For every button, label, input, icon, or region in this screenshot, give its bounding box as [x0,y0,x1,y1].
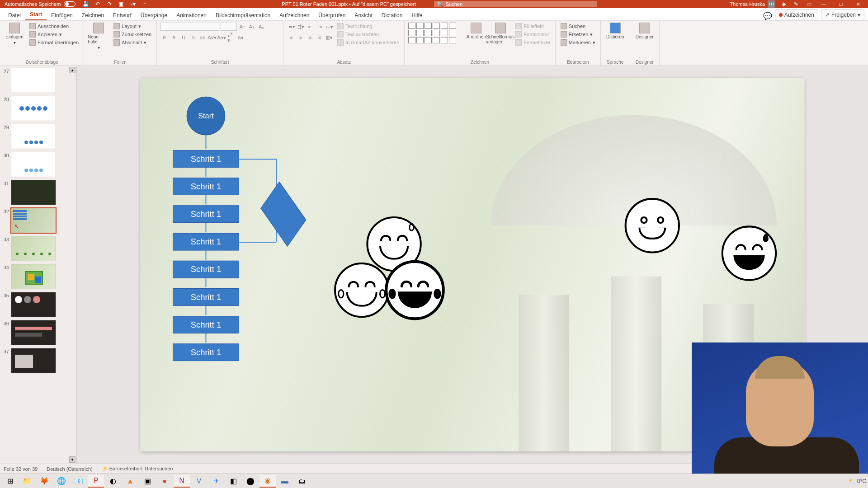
task-app[interactable]: ◐ [105,475,121,488]
bold-button[interactable]: F [160,33,169,42]
font-family-combo[interactable] [160,23,219,31]
record-button[interactable]: Aufzeichnen [775,9,818,20]
minimize-button[interactable]: — [817,0,830,8]
highlight-button[interactable]: 🖍▾ [227,33,235,42]
slide-thumbnail-37[interactable] [11,348,56,373]
task-onenote[interactable]: N [174,475,190,488]
new-slide-button[interactable]: Neue Folie▾ [88,23,109,50]
flowchart-start[interactable]: Start [187,97,226,136]
search-input[interactable] [446,1,594,7]
emoji-smile[interactable] [625,198,680,253]
shape-rect-icon[interactable] [449,23,456,29]
case-button[interactable]: Aa▾ [217,33,226,42]
tab-help[interactable]: Hilfe [407,9,427,20]
touch-mode-icon[interactable]: ☟▾ [129,0,137,8]
task-app[interactable]: ◉ [259,475,276,488]
qat-dropdown-icon[interactable]: ⁼ [141,0,149,8]
tab-design[interactable]: Entwurf [108,9,136,20]
numbering-button[interactable]: ⇶▾ [297,23,305,31]
task-telegram[interactable]: ✈ [208,475,224,488]
find-button[interactable]: Suchen [559,23,597,30]
layout-button[interactable]: Layout▾ [112,23,153,30]
connector[interactable] [239,242,276,243]
task-app[interactable]: ▣ [139,475,156,488]
shape-arrow-icon[interactable] [416,30,424,36]
shape-line-icon[interactable] [425,37,432,43]
autosave-toggle[interactable]: Automatisches Speichern [2,1,78,7]
tab-animations[interactable]: Animationen [172,9,211,20]
paste-button[interactable]: Einfügen▾ [4,23,25,45]
filename-label[interactable]: PPT 01 Roter Faden 001.pptx • Auf "diese… [282,1,415,7]
task-explorer[interactable]: 📁 [19,475,35,488]
shape-gallery[interactable] [408,23,462,43]
slide-thumbnail-28[interactable] [11,96,56,121]
tab-view[interactable]: Ansicht [350,9,377,20]
select-button[interactable]: Markieren▾ [559,39,597,46]
connector[interactable] [205,135,206,149]
connector[interactable] [205,223,206,232]
task-app[interactable]: V [191,475,207,488]
italic-button[interactable]: K [170,33,178,42]
language-status[interactable]: Deutsch (Österreich) [47,466,92,472]
cut-button[interactable]: Ausschneiden [28,23,80,30]
font-color-button[interactable]: A▾ [236,33,245,42]
scroll-up-button[interactable]: ▲ [69,67,75,73]
slide-thumbnail-29[interactable] [11,124,56,149]
start-menu-button[interactable]: ⊞ [2,475,18,488]
slide-thumbnail-27[interactable] [11,68,56,93]
accessibility-status[interactable]: ⚡ Barrierefreiheit: Untersuchen [102,466,173,472]
shape-rect-icon[interactable] [441,23,448,29]
shape-arrow-icon[interactable] [441,30,448,36]
shape-more-icon[interactable] [449,30,456,36]
align-center-button[interactable]: ≡ [297,33,305,42]
maximize-button[interactable]: □ [835,0,847,8]
flowchart-step[interactable]: Schritt 1 [173,316,239,333]
spacing-button[interactable]: AV▾ [208,33,216,42]
flowchart-step[interactable]: Schritt 1 [173,150,239,168]
shape-brace-icon[interactable] [449,37,456,43]
task-outlook[interactable]: 📧 [71,475,87,488]
flowchart-step[interactable]: Schritt 1 [173,205,239,223]
shape-tri-icon[interactable] [433,30,440,36]
increase-indent-button[interactable]: ⇥ [316,23,324,31]
shape-brace-icon[interactable] [441,37,448,43]
connector[interactable] [205,278,206,287]
slide-thumbnails-panel[interactable]: ▲ 27 28 29 30 31 32↖ 33 34 35 36 37 ▼ [0,66,77,464]
weather-widget[interactable]: ⛅8°C [849,478,866,484]
align-text-button[interactable]: Text ausrichten [336,31,401,38]
line-spacing-button[interactable]: ↕≡▾ [325,23,333,31]
tab-dictation[interactable]: Dictation [377,9,407,20]
connector[interactable] [239,159,276,160]
shape-line-icon[interactable] [433,23,440,29]
user-account[interactable]: Thomas Hruska TH [730,0,775,8]
copy-button[interactable]: Kopieren▾ [28,31,80,38]
search-box[interactable]: 🔍 [434,1,597,7]
clear-formatting-button[interactable]: Aₓ [257,23,265,31]
emoji-tears-joy-filled[interactable] [385,260,445,320]
connector[interactable] [205,333,206,343]
decrease-indent-button[interactable]: ⇤ [306,23,314,31]
align-left-button[interactable]: ≡ [287,33,295,42]
task-firefox[interactable]: 🦊 [36,475,52,488]
tab-review[interactable]: Überprüfen [314,9,350,20]
format-painter-button[interactable]: Format übertragen [28,39,80,46]
tab-file[interactable]: Datei [4,9,25,20]
share-button[interactable]: ↗Freigeben▾ [821,9,864,20]
flowchart-step[interactable]: Schritt 1 [173,178,239,195]
flowchart-step[interactable]: Schritt 1 [173,343,239,361]
task-app[interactable]: ● [156,475,173,488]
slide-thumbnail-33[interactable] [11,236,56,261]
emoji-grin-sweat-filled[interactable] [722,225,777,281]
quickstyles-button[interactable]: Schnellformat-vorlagen [490,23,511,44]
scroll-down-button[interactable]: ▼ [69,456,75,463]
connector[interactable] [205,168,206,177]
task-powerpoint[interactable]: P [88,475,104,488]
pen-icon[interactable]: ✎ [792,0,800,8]
shape-star-icon[interactable] [408,37,415,43]
increase-font-button[interactable]: A↑ [238,23,246,31]
tab-transitions[interactable]: Übergänge [136,9,172,20]
flowchart-step[interactable]: Schritt 1 [173,261,239,278]
slide-thumbnail-30[interactable] [11,152,56,177]
justify-button[interactable]: ≡ [316,33,324,42]
window-icon[interactable]: ▭ [805,0,813,8]
